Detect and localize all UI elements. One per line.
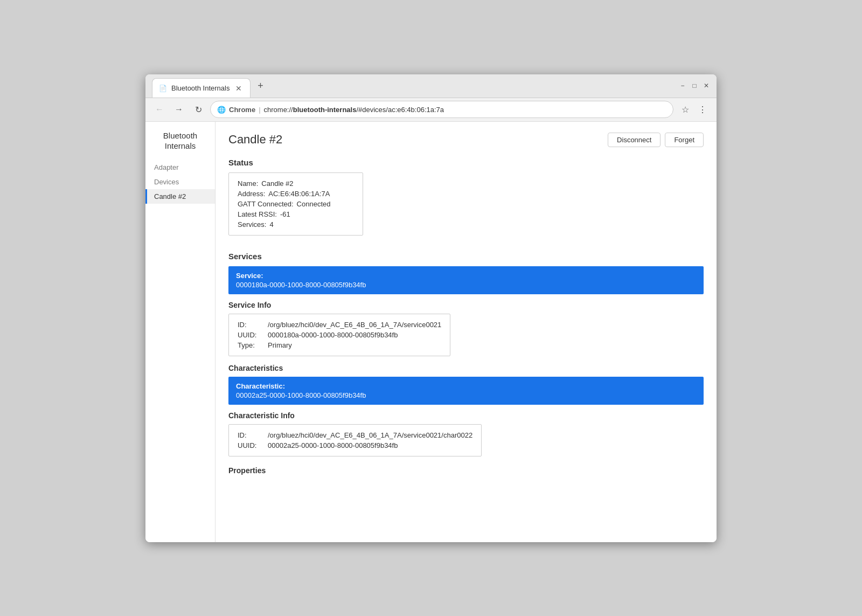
forget-button[interactable]: Forget [665, 133, 704, 147]
content-area: Bluetooth Internals Adapter Devices Cand… [145, 122, 717, 542]
address-bar[interactable]: 🌐 Chrome | chrome://bluetooth-internals/… [210, 101, 673, 118]
browser-window: 📄 Bluetooth Internals ✕ + − □ ✕ ← → ↻ 🌐 … [145, 74, 717, 542]
close-button[interactable]: ✕ [703, 82, 710, 89]
status-row-rssi: Latest RSSI: -61 [238, 209, 354, 219]
services-section-title: Services [228, 252, 704, 261]
service-info-title: Service Info [228, 301, 704, 309]
characteristic-info-title: Characteristic Info [228, 411, 704, 420]
sidebar-item-devices[interactable]: Devices [145, 175, 215, 189]
char-uuid-row: UUID: 00002a25-0000-1000-8000-00805f9b34… [238, 440, 472, 451]
status-box: Name: Candle #2 Address: AC:E6:4B:06:1A:… [228, 172, 363, 236]
new-tab-button[interactable]: + [253, 78, 268, 93]
status-address-value: AC:E6:4B:06:1A:7A [268, 190, 330, 198]
status-row-services: Services: 4 [238, 219, 354, 230]
status-section-title: Status [228, 158, 704, 167]
characteristic-header-uuid: 00002a25-0000-1000-8000-00805f9b34fb [236, 391, 696, 399]
status-address-label: Address: [238, 190, 265, 198]
characteristics-title: Characteristics [228, 364, 704, 372]
bookmark-button[interactable]: ☆ [678, 102, 693, 117]
url-bold-part: bluetooth-internals [293, 106, 357, 114]
service-type-row: Type: Primary [238, 340, 441, 350]
status-services-label: Services: [238, 220, 266, 229]
disconnect-button[interactable]: Disconnect [608, 133, 661, 147]
service-id-label: ID: [238, 321, 265, 329]
main-panel: Candle #2 Disconnect Forget Status Name:… [215, 122, 717, 542]
sidebar-item-candle2[interactable]: Candle #2 [145, 189, 215, 204]
device-title: Candle #2 [228, 133, 282, 147]
url-display: chrome://bluetooth-internals/#devices/ac… [264, 106, 444, 114]
secure-icon: 🌐 [217, 106, 226, 114]
status-services-value: 4 [269, 220, 273, 229]
status-rssi-value: -61 [280, 210, 290, 218]
status-name-label: Name: [238, 179, 258, 188]
service-header-label: Service: [236, 272, 696, 280]
char-id-label: ID: [238, 431, 265, 439]
menu-button[interactable]: ⋮ [695, 102, 710, 117]
char-uuid-label: UUID: [238, 441, 265, 449]
status-row-name: Name: Candle #2 [238, 178, 354, 189]
toolbar: ← → ↻ 🌐 Chrome | chrome://bluetooth-inte… [145, 98, 717, 122]
status-name-value: Candle #2 [261, 179, 293, 188]
title-bar: 📄 Bluetooth Internals ✕ + − □ ✕ [145, 74, 717, 98]
url-separator: | [259, 106, 260, 114]
service-uuid-row: UUID: 0000180a-0000-1000-8000-00805f9b34… [238, 330, 441, 340]
maximize-button[interactable]: □ [691, 82, 698, 89]
tab-close-btn[interactable]: ✕ [234, 84, 244, 93]
tab-page-icon: 📄 [159, 85, 167, 92]
characteristic-header-label: Characteristic: [236, 382, 696, 390]
window-controls: − □ ✕ [679, 82, 710, 89]
service-type-label: Type: [238, 341, 265, 349]
services-section: Services Service: 0000180a-0000-1000-800… [228, 252, 704, 475]
status-rssi-label: Latest RSSI: [238, 210, 277, 218]
url-path: /#devices/ac:e6:4b:06:1a:7a [356, 106, 444, 114]
char-id-value: /org/bluez/hci0/dev_AC_E6_4B_06_1A_7A/se… [268, 431, 472, 439]
minimize-button[interactable]: − [679, 82, 686, 89]
sidebar-title: Bluetooth Internals [145, 130, 215, 160]
forward-button[interactable]: → [171, 102, 186, 117]
status-row-gatt: GATT Connected: Connected [238, 199, 354, 209]
characteristic-info-box: ID: /org/bluez/hci0/dev_AC_E6_4B_06_1A_7… [228, 424, 482, 456]
tab-title: Bluetooth Internals [171, 84, 230, 92]
service-header-bar[interactable]: Service: 0000180a-0000-1000-8000-00805f9… [228, 266, 704, 294]
service-id-value: /org/bluez/hci0/dev_AC_E6_4B_06_1A_7A/se… [268, 321, 441, 329]
char-id-row: ID: /org/bluez/hci0/dev_AC_E6_4B_06_1A_7… [238, 430, 472, 440]
char-uuid-value: 00002a25-0000-1000-8000-00805f9b34fb [268, 441, 398, 449]
characteristic-header-bar[interactable]: Characteristic: 00002a25-0000-1000-8000-… [228, 377, 704, 405]
service-uuid-label: UUID: [238, 331, 265, 339]
url-protocol-label: Chrome [229, 106, 255, 114]
status-row-address: Address: AC:E6:4B:06:1A:7A [238, 189, 354, 199]
status-gatt-value: Connected [297, 200, 331, 208]
toolbar-actions: ☆ ⋮ [678, 102, 710, 117]
service-uuid-value: 0000180a-0000-1000-8000-00805f9b34fb [268, 331, 398, 339]
service-info-box: ID: /org/bluez/hci0/dev_AC_E6_4B_06_1A_7… [228, 314, 450, 356]
device-actions: Disconnect Forget [608, 133, 704, 147]
service-id-row: ID: /org/bluez/hci0/dev_AC_E6_4B_06_1A_7… [238, 320, 441, 330]
reload-button[interactable]: ↻ [191, 102, 206, 117]
sidebar-nav: Adapter Devices Candle #2 [145, 160, 215, 204]
active-tab[interactable]: 📄 Bluetooth Internals ✕ [152, 78, 251, 98]
properties-title: Properties [228, 466, 704, 475]
sidebar-item-adapter[interactable]: Adapter [145, 160, 215, 175]
back-button[interactable]: ← [152, 102, 167, 117]
service-header-uuid: 0000180a-0000-1000-8000-00805f9b34fb [236, 281, 696, 289]
tab-bar: 📄 Bluetooth Internals ✕ + [152, 74, 672, 98]
status-gatt-label: GATT Connected: [238, 200, 294, 208]
service-type-value: Primary [268, 341, 292, 349]
device-header: Candle #2 Disconnect Forget [228, 133, 704, 147]
sidebar: Bluetooth Internals Adapter Devices Cand… [145, 122, 215, 542]
